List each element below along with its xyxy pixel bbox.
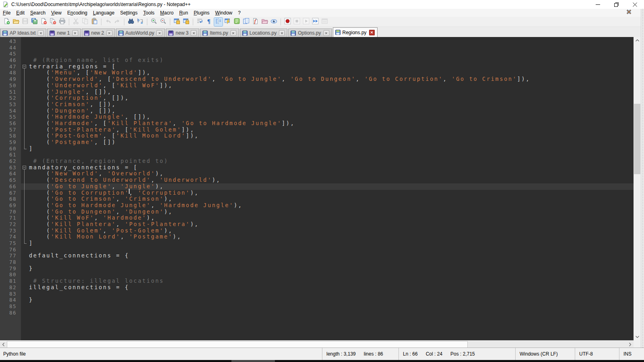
redo-button[interactable] [113, 18, 122, 26]
code-line-49[interactable]: 49 ('Overworld', ['Descend to Underworld… [0, 76, 634, 82]
code-line-80[interactable]: 80 [0, 272, 634, 278]
print-button[interactable] [58, 18, 66, 26]
code-line-55[interactable]: 55 ('Hardmode Jungle', []), [0, 114, 634, 120]
code-line-53[interactable]: 53 ('Crimson', []), [0, 101, 634, 108]
code-line-78[interactable]: 78 [0, 259, 634, 265]
code-line-51[interactable]: 51 ('Jungle', []), [0, 89, 634, 95]
sync-vertical-button[interactable] [173, 18, 181, 26]
menu-view[interactable]: View [48, 9, 64, 16]
code-line-60[interactable]: 60] [0, 146, 634, 152]
paste-button[interactable] [90, 18, 99, 26]
new-file-button[interactable] [2, 18, 11, 26]
code-line-46[interactable]: 46 # (Region name, list of exits) [0, 57, 634, 64]
code-line-58[interactable]: 58 ('Post-Golem', ['Kill Moon Lord']), [0, 133, 634, 139]
code-line-83[interactable]: 83 [0, 291, 634, 297]
code-editor[interactable]: 43444546 # (Region name, list of exits)4… [0, 37, 634, 340]
tab-options-py[interactable]: Options.py [288, 29, 332, 37]
code-line-66[interactable]: 66 ('Go to Jungle', 'Jungle'), [0, 183, 634, 190]
code-line-64[interactable]: 64 ('New World', 'Overworld'), [0, 171, 634, 177]
tab-close-icon[interactable] [157, 30, 162, 36]
fold-collapse-icon[interactable] [21, 64, 29, 70]
code-line-44[interactable]: 44 [0, 45, 634, 51]
macro-run-multiple-button[interactable] [311, 18, 320, 26]
scroll-right-icon[interactable] [627, 341, 634, 348]
macro-save-button[interactable] [320, 18, 329, 26]
monitoring-button[interactable] [270, 18, 278, 26]
cut-button[interactable] [72, 18, 80, 26]
code-line-69[interactable]: 69 ('Go to Hardmode Jungle', 'Hardmode J… [0, 202, 634, 209]
menu-language[interactable]: Language [90, 9, 117, 16]
macro-stop-button[interactable] [293, 18, 301, 26]
code-line-67[interactable]: 67 ('Go to Corruption', 'Corruption'), [0, 190, 634, 196]
copy-button[interactable] [81, 18, 89, 26]
code-line-52[interactable]: 52 ('Corruption', []), [0, 95, 634, 101]
tab-new-1[interactable]: new 1 [47, 29, 80, 37]
folder-as-workspace-button[interactable] [260, 18, 269, 26]
code-line-70[interactable]: 70 ('Go to Dungeon', 'Dungeon'), [0, 209, 634, 215]
zoom-in-button[interactable] [150, 18, 158, 26]
status-encoding-section[interactable]: UTF-8 [575, 348, 619, 360]
menu-macro[interactable]: Macro [157, 9, 176, 16]
code-line-76[interactable]: 76 [0, 247, 634, 253]
code-line-50[interactable]: 50 ('Underworld', ['Kill WoF']), [0, 82, 634, 89]
tab-close-icon[interactable] [324, 30, 329, 36]
code-line-63[interactable]: 63mandatory_connections = [ [0, 165, 634, 171]
tab-close-icon[interactable] [38, 30, 43, 36]
code-line-45[interactable]: 45 [0, 51, 634, 57]
code-line-84[interactable]: 84} [0, 297, 634, 303]
close-document-x-icon[interactable] [626, 9, 633, 16]
close-doc-button[interactable] [39, 18, 48, 26]
code-line-81[interactable]: 81 # Structure: illegal locations [0, 278, 634, 284]
code-line-82[interactable]: 82illegal_connections = { [0, 284, 634, 291]
code-line-73[interactable]: 73 ('Kill Golem', 'Post-Golem'), [0, 228, 634, 234]
tab-close-icon[interactable] [369, 30, 375, 35]
menu-edit[interactable]: Edit [13, 9, 27, 16]
code-line-56[interactable]: 56 ('Hardmode', ['Kill Plantera', 'Go to… [0, 120, 634, 127]
tab-items-py[interactable]: Items.py [200, 29, 239, 37]
code-line-74[interactable]: 74 ('Kill Moon Lord', 'Postgame'), [0, 234, 634, 240]
code-line-77[interactable]: 77default_connections = { [0, 253, 634, 259]
show-all-chars-button[interactable]: ¶ [205, 18, 213, 26]
zoom-out-button[interactable] [159, 18, 167, 26]
menu-run[interactable]: Run [176, 9, 191, 16]
indent-guide-button[interactable] [214, 18, 223, 26]
undo-button[interactable] [104, 18, 112, 26]
find-button[interactable] [127, 18, 135, 26]
tab-locations-py[interactable]: Locations.py [240, 29, 287, 37]
tab-close-icon[interactable] [107, 30, 112, 36]
code-line-61[interactable]: 61 [0, 152, 634, 158]
vertical-scroll-thumb[interactable] [634, 104, 640, 174]
menu-plugins[interactable]: Plugins [191, 9, 212, 16]
tab-new-3[interactable]: new 3 [166, 29, 199, 37]
menu-tools[interactable]: Tools [140, 9, 157, 16]
code-line-85[interactable]: 85 [0, 303, 634, 310]
tab-ap-ideas-txt[interactable]: AP Ideas.txt [0, 29, 46, 37]
code-line-71[interactable]: 71 ('Kill WoF', 'Hardmode'), [0, 215, 634, 221]
tab-close-icon[interactable] [191, 30, 196, 36]
menu-settings[interactable]: Settings [117, 9, 140, 16]
macro-play-button[interactable] [302, 18, 310, 26]
code-line-72[interactable]: 72 ('Kill Plantera', 'Post-Plantera'), [0, 221, 634, 228]
close-all-docs-button[interactable] [49, 18, 57, 26]
code-line-75[interactable]: 75] [0, 240, 634, 247]
code-line-47[interactable]: 47terraria_regions = [ [0, 64, 634, 70]
scroll-down-icon[interactable] [634, 333, 641, 340]
code-line-62[interactable]: 62 # (Entrance, region pointed to) [0, 158, 634, 165]
status-eol-section[interactable]: Windows (CR LF) [515, 348, 575, 360]
menu-file[interactable]: File [0, 9, 13, 16]
restore-button[interactable] [607, 0, 625, 9]
tab-close-icon[interactable] [231, 30, 236, 36]
menu-window[interactable]: Window [213, 9, 235, 16]
code-line-79[interactable]: 79} [0, 265, 634, 272]
replace-button[interactable]: ba [136, 18, 144, 26]
minimize-button[interactable] [588, 0, 607, 9]
doc-switcher-button[interactable] [242, 18, 250, 26]
scroll-left-icon[interactable] [0, 341, 7, 348]
tab-close-icon[interactable] [279, 30, 285, 36]
horizontal-scrollbar[interactable] [0, 340, 634, 348]
scroll-up-icon[interactable] [634, 37, 641, 44]
function-list-button[interactable]: f [251, 18, 260, 26]
code-line-59[interactable]: 59 ('Postgame', []) [0, 139, 634, 146]
code-line-65[interactable]: 65 ('Descend to Underworld', 'Underworld… [0, 177, 634, 183]
tab-autoworld-py[interactable]: AutoWorld.py [116, 29, 165, 37]
